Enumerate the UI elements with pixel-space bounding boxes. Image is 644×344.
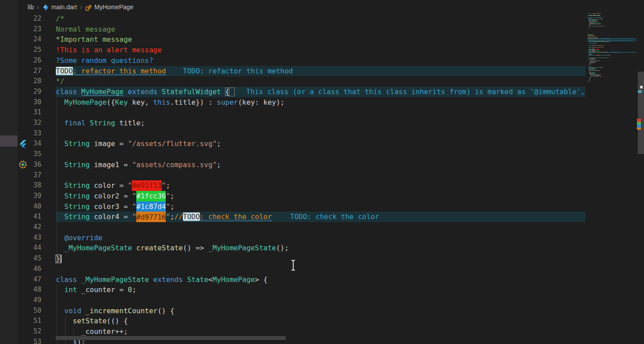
line-number[interactable]: 50	[18, 306, 41, 316]
code-line-36[interactable]: String image1 = "assets/compass.svg";	[56, 160, 586, 170]
minimap-code-mark	[589, 22, 592, 22]
code-token: StatefulWidget	[162, 88, 221, 96]
minimap-code-mark	[588, 17, 590, 18]
code-editor[interactable]: 22/*23Normal message24*Important message…	[0, 0, 586, 344]
code-line-35[interactable]	[56, 149, 586, 160]
minimap-code-mark	[589, 59, 590, 59]
code-token: color3 =	[90, 202, 132, 211]
line-number[interactable]: 51	[18, 316, 41, 326]
line-number[interactable]: 29	[18, 87, 41, 97]
minimap-code-mark	[588, 40, 590, 41]
code-line-43[interactable]: @override	[56, 233, 586, 243]
minimap-code-mark	[590, 40, 595, 41]
code-token: "	[132, 202, 136, 211]
code-line-51[interactable]: setState(() {	[56, 316, 586, 326]
line-number[interactable]: 26	[18, 55, 41, 66]
minimap-code-mark	[589, 71, 590, 72]
line-number[interactable]: 41	[18, 212, 41, 222]
minimap-code-mark	[590, 62, 595, 63]
minimap-code-mark	[588, 13, 590, 14]
code-token: void	[64, 307, 81, 315]
line-number[interactable]: 48	[18, 285, 41, 295]
line-number[interactable]: 43	[18, 233, 41, 243]
minimap-code-mark	[589, 24, 595, 24]
code-line-42[interactable]	[56, 222, 586, 233]
line-number[interactable]: 37	[18, 170, 41, 181]
code-line-49[interactable]	[56, 295, 586, 306]
code-line-23[interactable]: Normal message	[56, 24, 586, 35]
line-number[interactable]: 28	[18, 76, 41, 87]
code-line-31[interactable]	[56, 107, 586, 118]
minimap-code-mark	[601, 41, 610, 42]
code-line-46[interactable]	[56, 264, 586, 274]
minimap-code-mark	[588, 34, 593, 35]
minimap-code-mark	[592, 51, 596, 51]
minimap-code-mark	[588, 29, 588, 29]
line-number[interactable]: 47	[18, 274, 41, 285]
code-line-25[interactable]: !This is an alert message	[56, 45, 586, 55]
line-number[interactable]: 24	[18, 34, 41, 45]
minimap-code-mark	[603, 17, 603, 18]
code-line-24[interactable]: *Important message	[56, 34, 586, 45]
code-line-41[interactable]: String color4 = "#d97716";//TODO: check …	[56, 212, 586, 222]
line-number[interactable]: 32	[18, 118, 41, 128]
line-number[interactable]: 25	[18, 45, 41, 55]
code-line-44[interactable]: _MyHomePageState createState() => _MyHom…	[56, 243, 586, 253]
code-token	[56, 307, 64, 315]
code-line-38[interactable]: String color = "#e91f13";	[56, 180, 586, 191]
vertical-scrollbar-thumb[interactable]	[638, 72, 644, 154]
line-number[interactable]: 23	[18, 24, 41, 35]
line-number[interactable]: 49	[18, 295, 41, 306]
minimap-code-mark	[596, 47, 604, 48]
code-line-33[interactable]	[56, 128, 586, 139]
line-number[interactable]: 22	[18, 14, 41, 24]
code-line-34[interactable]: String image = "/assets/flutter.svg";	[56, 139, 586, 149]
code-line-32[interactable]: final String title;	[56, 118, 586, 128]
code-line-40[interactable]: String color3 = "#1c87d4";	[56, 201, 586, 212]
code-line-27[interactable]: TODO: refactor this methodTODO: refactor…	[56, 66, 586, 77]
line-number[interactable]: 27	[18, 66, 41, 77]
inline-diagnostic-hint: TODO: refactor this method	[183, 66, 293, 77]
line-number[interactable]: 35	[18, 149, 41, 160]
code-token: #e91f13	[132, 180, 161, 191]
minimap-code-mark	[589, 65, 589, 65]
line-number[interactable]: 53	[18, 337, 41, 344]
line-number[interactable]: 38	[18, 180, 41, 191]
minimap-code-mark	[592, 21, 598, 22]
code-line-37[interactable]	[56, 170, 586, 181]
code-line-22[interactable]: /*	[56, 14, 586, 24]
code-line-26[interactable]: ?Some random questions?	[56, 55, 586, 66]
code-token: //	[175, 212, 183, 221]
line-number[interactable]: 39	[18, 191, 41, 201]
minimap-code-mark	[589, 70, 592, 71]
minimap-code-mark	[588, 58, 590, 58]
line-number[interactable]: 31	[18, 107, 41, 118]
line-number[interactable]: 33	[18, 128, 41, 139]
code-line-48[interactable]: int _counter = 0;	[56, 285, 586, 295]
code-token: /*	[56, 15, 64, 23]
line-number[interactable]: 40	[18, 201, 41, 212]
code-line-47[interactable]: class _MyHomePageState extends State<MyH…	[56, 274, 586, 285]
line-number[interactable]: 44	[18, 243, 41, 253]
minimap-code-mark	[595, 68, 596, 69]
horizontal-scrollbar-thumb[interactable]	[56, 336, 286, 340]
code-line-45[interactable]: }	[56, 253, 586, 264]
code-line-52[interactable]: _counter++;	[56, 326, 586, 337]
line-number[interactable]: 45	[18, 253, 41, 264]
code-line-29[interactable]: class MyHomePage extends StatefulWidget …	[56, 87, 586, 97]
code-line-28[interactable]: */	[56, 76, 586, 87]
code-token: MyHomePage	[81, 88, 124, 96]
minimap-code-mark	[588, 38, 599, 39]
minimap-code-mark	[593, 62, 595, 62]
line-number[interactable]: 52	[18, 326, 41, 337]
code-line-50[interactable]: void _incrementCounter() {	[56, 306, 586, 316]
line-number[interactable]: 42	[18, 222, 41, 233]
code-line-39[interactable]: String color2 = "#1fcc36";	[56, 191, 586, 201]
line-number[interactable]: 46	[18, 264, 41, 274]
minimap-code-mark	[588, 82, 588, 82]
code-line-30[interactable]: MyHomePage({Key key, this.title}) : supe…	[56, 97, 586, 108]
code-token	[56, 244, 64, 252]
minimap-code-mark	[593, 17, 596, 18]
line-number[interactable]: 30	[18, 97, 41, 108]
minimap[interactable]	[588, 0, 637, 344]
